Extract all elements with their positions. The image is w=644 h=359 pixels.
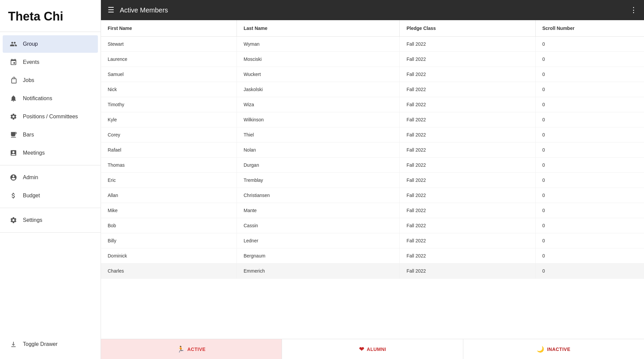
sidebar-item-settings[interactable]: Settings: [3, 211, 98, 229]
table-header: First Name Last Name Pledge Class Scroll…: [101, 20, 644, 37]
main-content: ☰ Active Members ⋮ First Name Last Name …: [101, 0, 644, 359]
tab-inactive[interactable]: 🌙 INACTIVE: [463, 339, 644, 359]
footer-tabs: 🏃 ACTIVE ❤ ALUMNI 🌙 INACTIVE: [101, 339, 644, 359]
sidebar-item-events-label: Events: [23, 59, 39, 65]
more-icon[interactable]: ⋮: [630, 6, 637, 14]
table-row[interactable]: Dominick Bergnaum Fall 2022 0: [101, 248, 644, 264]
cell-last-name: Tremblay: [237, 173, 400, 188]
table-row[interactable]: Kyle Wilkinson Fall 2022 0: [101, 112, 644, 127]
cell-last-name: Durgan: [237, 158, 400, 173]
cell-scroll-number: 0: [535, 127, 644, 143]
cell-last-name: Thiel: [237, 127, 400, 143]
table-row[interactable]: Charles Emmerich Fall 2022 0: [101, 264, 644, 279]
cell-last-name: Wyman: [237, 37, 400, 52]
cell-first-name: Nick: [101, 82, 237, 97]
cell-last-name: Cassin: [237, 218, 400, 233]
sidebar: Theta Chi Group Events Jobs: [0, 0, 101, 359]
sidebar-item-settings-label: Settings: [23, 217, 42, 223]
sidebar-item-jobs[interactable]: Jobs: [3, 72, 98, 89]
sidebar-item-bars-label: Bars: [23, 132, 34, 138]
cell-scroll-number: 0: [535, 112, 644, 127]
cell-first-name: Corey: [101, 127, 237, 143]
cell-scroll-number: 0: [535, 97, 644, 112]
cell-pledge-class: Fall 2022: [400, 97, 536, 112]
sidebar-item-meetings[interactable]: Meetings: [3, 144, 98, 162]
cell-pledge-class: Fall 2022: [400, 112, 536, 127]
tab-active[interactable]: 🏃 ACTIVE: [101, 339, 282, 359]
cell-scroll-number: 0: [535, 233, 644, 248]
cell-scroll-number: 0: [535, 248, 644, 264]
table-row[interactable]: Bob Cassin Fall 2022 0: [101, 218, 644, 233]
table-row[interactable]: Laurence Mosciski Fall 2022 0: [101, 52, 644, 67]
col-header-last-name: Last Name: [237, 20, 400, 37]
sidebar-item-notifications[interactable]: Notifications: [3, 90, 98, 107]
toggle-drawer-label: Toggle Drawer: [23, 341, 58, 347]
table-row[interactable]: Nick Jaskolski Fall 2022 0: [101, 82, 644, 97]
tab-alumni[interactable]: ❤ ALUMNI: [282, 339, 463, 359]
bars-icon: [9, 131, 17, 139]
sidebar-item-budget-label: Budget: [23, 193, 40, 199]
sidebar-item-group[interactable]: Group: [3, 35, 98, 53]
sidebar-item-events[interactable]: Events: [3, 53, 98, 71]
cell-first-name: Laurence: [101, 52, 237, 67]
table-row[interactable]: Stewart Wyman Fall 2022 0: [101, 37, 644, 52]
sidebar-item-positions[interactable]: Positions / Committees: [3, 108, 98, 125]
cell-pledge-class: Fall 2022: [400, 158, 536, 173]
table-row[interactable]: Timothy Wiza Fall 2022 0: [101, 97, 644, 112]
budget-icon: [9, 192, 17, 200]
cell-scroll-number: 0: [535, 67, 644, 82]
sidebar-item-jobs-label: Jobs: [23, 77, 34, 83]
sidebar-item-group-label: Group: [23, 41, 38, 47]
sidebar-item-meetings-label: Meetings: [23, 150, 45, 156]
cell-scroll-number: 0: [535, 82, 644, 97]
toggle-drawer-button[interactable]: Toggle Drawer: [3, 335, 98, 353]
nav-bottom-section: Toggle Drawer: [0, 332, 101, 359]
col-header-scroll-number: Scroll Number: [535, 20, 644, 37]
tab-inactive-label: INACTIVE: [547, 347, 570, 352]
sidebar-item-bars[interactable]: Bars: [3, 126, 98, 144]
table-row[interactable]: Mike Mante Fall 2022 0: [101, 203, 644, 218]
cell-first-name: Bob: [101, 218, 237, 233]
table-row[interactable]: Corey Thiel Fall 2022 0: [101, 127, 644, 143]
meetings-icon: [9, 149, 17, 157]
tab-alumni-label: ALUMNI: [367, 347, 386, 352]
nav-settings-section: Settings: [0, 208, 101, 233]
cell-last-name: Bergnaum: [237, 248, 400, 264]
menu-icon[interactable]: ☰: [108, 6, 114, 14]
table-row[interactable]: Rafael Nolan Fall 2022 0: [101, 143, 644, 158]
cell-pledge-class: Fall 2022: [400, 173, 536, 188]
cell-scroll-number: 0: [535, 264, 644, 279]
table-row[interactable]: Samuel Wuckert Fall 2022 0: [101, 67, 644, 82]
cell-last-name: Wuckert: [237, 67, 400, 82]
cell-scroll-number: 0: [535, 143, 644, 158]
cell-last-name: Ledner: [237, 233, 400, 248]
cell-last-name: Christiansen: [237, 188, 400, 203]
cell-pledge-class: Fall 2022: [400, 233, 536, 248]
cell-first-name: Mike: [101, 203, 237, 218]
cell-first-name: Rafael: [101, 143, 237, 158]
cell-pledge-class: Fall 2022: [400, 67, 536, 82]
sidebar-item-budget[interactable]: Budget: [3, 187, 98, 204]
cell-last-name: Jaskolski: [237, 82, 400, 97]
cell-pledge-class: Fall 2022: [400, 188, 536, 203]
table-row[interactable]: Allan Christiansen Fall 2022 0: [101, 188, 644, 203]
table-row[interactable]: Thomas Durgan Fall 2022 0: [101, 158, 644, 173]
cell-first-name: Charles: [101, 264, 237, 279]
sidebar-item-admin[interactable]: Admin: [3, 169, 98, 186]
members-table: First Name Last Name Pledge Class Scroll…: [101, 20, 644, 279]
cell-last-name: Wilkinson: [237, 112, 400, 127]
tab-active-label: ACTIVE: [187, 347, 206, 352]
cell-scroll-number: 0: [535, 37, 644, 52]
jobs-icon: [9, 76, 17, 84]
members-table-container: First Name Last Name Pledge Class Scroll…: [101, 20, 644, 339]
table-row[interactable]: Billy Ledner Fall 2022 0: [101, 233, 644, 248]
table-row[interactable]: Eric Tremblay Fall 2022 0: [101, 173, 644, 188]
cell-scroll-number: 0: [535, 158, 644, 173]
cell-last-name: Mante: [237, 203, 400, 218]
cell-scroll-number: 0: [535, 188, 644, 203]
active-icon: 🏃: [177, 346, 185, 353]
alumni-icon: ❤: [359, 346, 364, 353]
topbar: ☰ Active Members ⋮: [101, 0, 644, 20]
cell-first-name: Dominick: [101, 248, 237, 264]
cell-first-name: Kyle: [101, 112, 237, 127]
